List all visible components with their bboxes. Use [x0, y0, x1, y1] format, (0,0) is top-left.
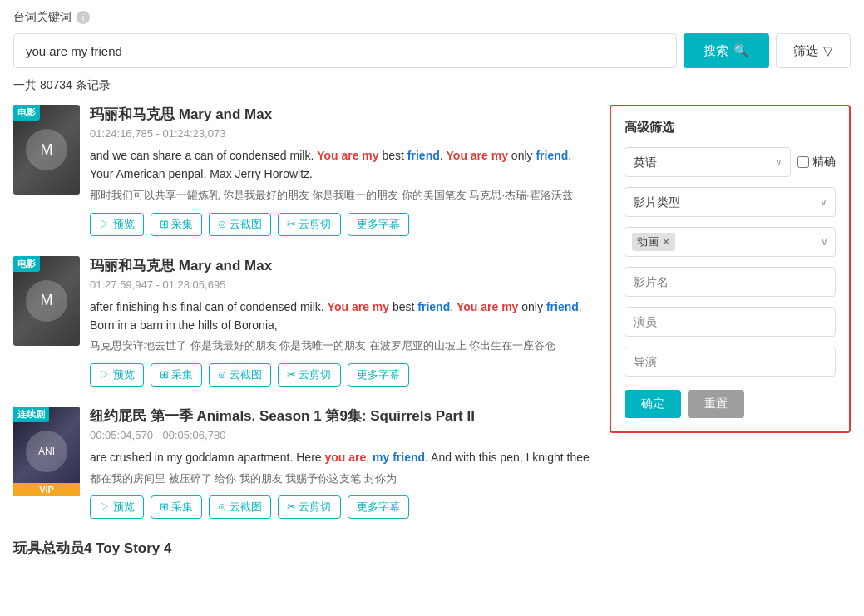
filter-panel-title: 高级筛选: [625, 120, 836, 136]
info-icon[interactable]: i: [77, 11, 90, 24]
highlight-red: You are my: [328, 300, 389, 313]
highlight-red: you are: [324, 451, 366, 464]
action-buttons-2: ▷ 预览 ⊞ 采集 ⊙ 云截图 ✂ 云剪切 更多字幕: [90, 363, 596, 387]
item-content-1: 玛丽和马克思 Mary and Max 01:24:16,785 - 01:24…: [90, 105, 596, 236]
collect-btn-1[interactable]: ⊞ 采集: [151, 213, 203, 236]
item-text-en-3: are crushed in my goddamn apartment. Her…: [90, 448, 596, 466]
movie-type-select-wrapper: 影片类型 动画 剧情 喜剧: [625, 187, 836, 217]
item-content-2: 玛丽和马克思 Mary and Max 01:27:59,947 - 01:28…: [90, 256, 596, 387]
item-text-zh-2: 马克思安详地去世了 你是我最好的朋友 你是我唯一的朋友 在波罗尼亚的山坡上 你出…: [90, 338, 596, 355]
filter-actions: 确定 重置: [625, 390, 836, 418]
highlight-red: You are my: [317, 149, 378, 162]
item-text-en-1: and we can share a can of condensed milk…: [90, 146, 596, 184]
filter-button[interactable]: 筛选 ▽: [776, 33, 851, 68]
more-btn-1[interactable]: 更多字幕: [348, 213, 409, 236]
highlight-blue: my friend: [373, 451, 425, 464]
highlight-blue: friend: [546, 300, 579, 313]
page-container: 台词关键词 i 搜索 🔍 筛选 ▽ 一共 80734 条记录 M: [0, 0, 864, 568]
item-time-2: 01:27:59,947 - 01:28:05,695: [90, 278, 596, 291]
item-text-en-2: after finishing his final can of condens…: [90, 298, 596, 335]
confirm-button[interactable]: 确定: [625, 390, 681, 418]
movie-type-select[interactable]: 影片类型 动画 剧情 喜剧: [625, 187, 836, 217]
tag-item-animation: 动画 ✕: [632, 233, 675, 251]
cut-btn-1[interactable]: ✂ 云剪切: [278, 213, 341, 236]
collect-btn-3[interactable]: ⊞ 采集: [151, 495, 203, 519]
vip-badge-3: VIP: [13, 483, 80, 496]
filter-icon: ▽: [823, 43, 833, 58]
filter-actor-row: [625, 307, 836, 337]
item-title-2[interactable]: 玛丽和马克思 Mary and Max: [90, 256, 596, 275]
poster-container-2: M 电影: [13, 256, 80, 346]
badge-series-3: 连续剧: [13, 407, 49, 422]
results-list: M 电影 玛丽和马克思 Mary and Max 01:24:16,785 - …: [13, 105, 596, 558]
item-time-1: 01:24:16,785 - 01:24:23,073: [90, 127, 596, 140]
search-input[interactable]: [13, 33, 677, 68]
movie-name-input[interactable]: [625, 267, 836, 297]
result-count: 一共 80734 条记录: [13, 78, 851, 93]
filter-panel: 高级筛选 英语 中文 日语 精确: [610, 105, 851, 433]
collect-btn-2[interactable]: ⊞ 采集: [151, 363, 203, 387]
tag-label: 动画: [637, 234, 659, 249]
reset-button[interactable]: 重置: [688, 390, 744, 418]
tag-select-arrow-icon: ∨: [821, 236, 828, 248]
more-btn-3[interactable]: 更多字幕: [348, 495, 409, 519]
highlight-blue: friend: [407, 149, 440, 162]
language-select[interactable]: 英语 中文 日语: [625, 147, 791, 177]
tag-select[interactable]: 动画 ✕ ∨: [625, 227, 836, 257]
result-item-3: ANI 连续剧 VIP 纽约屁民 第一季 Animals. Season 1 第…: [13, 407, 596, 519]
filter-tag-row: 动画 ✕ ∨: [625, 227, 836, 257]
item-content-3: 纽约屁民 第一季 Animals. Season 1 第9集: Squirrel…: [90, 407, 596, 519]
result-item: M 电影 玛丽和马克思 Mary and Max 01:24:16,785 - …: [13, 105, 596, 236]
filter-language-row: 英语 中文 日语 精确: [625, 147, 836, 177]
highlight-blue: friend: [536, 149, 568, 162]
cut-btn-3[interactable]: ✂ 云剪切: [278, 495, 341, 519]
item-title-4[interactable]: 玩具总动员4 Toy Story 4: [13, 539, 596, 558]
filter-language-select-row: 英语 中文 日语 精确: [625, 147, 836, 177]
item-title-3[interactable]: 纽约屁民 第一季 Animals. Season 1 第9集: Squirrel…: [90, 407, 596, 426]
screenshot-btn-3[interactable]: ⊙ 云截图: [209, 495, 271, 519]
more-btn-2[interactable]: 更多字幕: [348, 363, 409, 387]
badge-movie-2: 电影: [13, 256, 40, 272]
item-title-1[interactable]: 玛丽和马克思 Mary and Max: [90, 105, 596, 124]
page-title: 台词关键词: [13, 10, 72, 25]
poster-container-3: ANI 连续剧 VIP: [13, 407, 80, 496]
preview-btn-2[interactable]: ▷ 预览: [90, 363, 144, 387]
filter-movie-name-row: [625, 267, 836, 297]
language-select-wrapper: 英语 中文 日语: [625, 147, 791, 177]
page-header: 台词关键词 i: [13, 10, 851, 25]
search-row: 搜索 🔍 筛选 ▽: [13, 33, 851, 68]
action-buttons-1: ▷ 预览 ⊞ 采集 ⊙ 云截图 ✂ 云剪切 更多字幕: [90, 213, 596, 236]
poster-container-1: M 电影: [13, 105, 80, 195]
preview-btn-1[interactable]: ▷ 预览: [90, 213, 144, 236]
precise-check-label[interactable]: 精确: [797, 155, 836, 170]
filter-movie-type-row: 影片类型 动画 剧情 喜剧: [625, 187, 836, 217]
precise-checkbox[interactable]: [797, 156, 809, 168]
item-time-3: 00:05:04,570 - 00:05:06,780: [90, 429, 596, 441]
preview-btn-3[interactable]: ▷ 预览: [90, 495, 144, 519]
director-input[interactable]: [625, 347, 836, 377]
main-layout: M 电影 玛丽和马克思 Mary and Max 01:24:16,785 - …: [13, 105, 851, 558]
tag-close-btn[interactable]: ✕: [662, 236, 670, 248]
screenshot-btn-1[interactable]: ⊙ 云截图: [209, 213, 271, 236]
filter-director-row: [625, 347, 836, 377]
item-text-zh-1: 那时我们可以共享一罐炼乳 你是我最好的朋友 你是我唯一的朋友 你的美国笔友 马克…: [90, 187, 596, 205]
item-text-zh-3: 都在我的房间里 被压碎了 给你 我的朋友 我赐予你这支笔 封你为: [90, 471, 596, 488]
highlight-blue: friend: [417, 300, 450, 313]
action-buttons-3: ▷ 预览 ⊞ 采集 ⊙ 云截图 ✂ 云剪切 更多字幕: [90, 495, 596, 519]
screenshot-btn-2[interactable]: ⊙ 云截图: [209, 363, 271, 387]
actor-input[interactable]: [625, 307, 836, 337]
badge-movie-1: 电影: [13, 105, 40, 121]
search-btn-label: 搜索: [704, 43, 728, 59]
precise-label: 精确: [812, 155, 836, 170]
search-icon: 🔍: [733, 43, 749, 58]
filter-btn-label: 筛选: [793, 43, 818, 59]
highlight-red: You are my: [447, 149, 508, 162]
search-button[interactable]: 搜索 🔍: [684, 33, 769, 68]
result-item-2: M 电影 玛丽和马克思 Mary and Max 01:27:59,947 - …: [13, 256, 596, 387]
cut-btn-2[interactable]: ✂ 云剪切: [278, 363, 341, 387]
highlight-red: You are my: [457, 300, 518, 313]
